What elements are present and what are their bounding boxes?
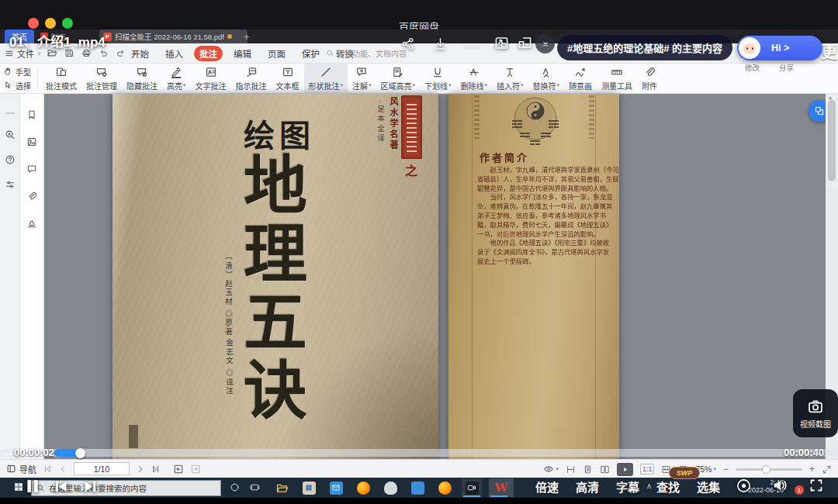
document-page-cover[interactable]: 绘图 地理五诀 之 风水学名著 ·足本全译 〔清〕赵玉材 ◎原著 金志文 ◎译注	[113, 94, 438, 459]
tool-callout[interactable]: 指示批注	[231, 64, 272, 94]
tool-freedraw[interactable]: 随意画	[564, 64, 597, 94]
bookmark-icon[interactable]	[26, 109, 37, 120]
control-高清[interactable]: 高清	[576, 478, 599, 495]
document-page-intro[interactable]: 作者简介 赵玉材，字九峰，清代堪舆学家直隶州（今河北省磁县）人，生卒年月不详，其…	[448, 94, 619, 459]
single-page-icon[interactable]	[583, 464, 593, 475]
navigation-toggle[interactable]: 导航	[6, 463, 36, 475]
view-forward-icon[interactable]	[190, 464, 201, 475]
first-page-icon[interactable]	[43, 464, 52, 474]
tool-hide-annot[interactable]: 隐藏批注	[122, 64, 162, 94]
control-选集[interactable]: 选集	[697, 478, 720, 495]
tool-annot-mode[interactable]: 批注模式	[41, 64, 81, 94]
control-字幕[interactable]: 字幕	[616, 478, 639, 495]
image-icon[interactable]	[26, 136, 37, 147]
zoom-in-button[interactable]: +	[809, 464, 815, 475]
video-progress-track[interactable]	[0, 449, 838, 457]
last-page-icon[interactable]	[151, 464, 161, 474]
pdf-inner-sidebar	[20, 94, 44, 459]
notification-badge[interactable]: 1	[795, 485, 804, 495]
more-icon[interactable]: ···	[464, 39, 480, 52]
comment-icon[interactable]	[26, 164, 37, 174]
zoom-slider[interactable]	[736, 468, 802, 471]
menu-item-保护[interactable]: 保护	[296, 46, 325, 61]
menu-item-开始[interactable]: 开始	[126, 46, 154, 61]
video-screenshot-button[interactable]: 视频截图	[793, 389, 838, 437]
task-view-button[interactable]	[250, 482, 260, 492]
modify-label[interactable]: 修改	[745, 62, 760, 73]
cortana-button[interactable]	[230, 482, 240, 492]
doc-search-icon[interactable]	[5, 129, 16, 140]
mini-window-icon[interactable]	[517, 35, 533, 51]
tool-area-highlight[interactable]: 区域高亮▾	[376, 64, 421, 94]
tool-strikeout[interactable]: 删除线▾	[456, 64, 493, 94]
menu-item-编辑[interactable]: 编辑	[228, 46, 257, 61]
next-page-icon[interactable]	[136, 464, 145, 474]
taskbar-app-mail[interactable]	[326, 478, 346, 497]
taskbar-app-recorder[interactable]	[462, 478, 482, 497]
double-page-icon[interactable]	[600, 464, 610, 475]
fullscreen-icon[interactable]	[809, 478, 824, 493]
taskbar-app-wps[interactable]: W	[489, 478, 514, 497]
new-tab-button[interactable]: +	[244, 31, 250, 43]
tool-text-annot[interactable]: 文字批注	[191, 64, 231, 94]
taskbar-app-file-explorer[interactable]	[272, 478, 292, 497]
stamp-icon[interactable]	[26, 218, 37, 229]
share-icon[interactable]	[400, 36, 415, 51]
tool-measure[interactable]: 测量工具	[597, 64, 637, 94]
tool-shape[interactable]: 形状批注▾	[304, 64, 348, 94]
next-video-button[interactable]	[82, 478, 99, 495]
tool-note[interactable]: 注解▾	[348, 64, 376, 94]
attachment-icon[interactable]	[26, 191, 37, 202]
volume-icon[interactable]	[771, 477, 788, 494]
taskbar-app-firefox[interactable]	[353, 478, 373, 497]
mail-icon	[330, 482, 343, 495]
tray-chevron-icon[interactable]: ∧	[646, 482, 652, 490]
tool-hand[interactable]: 手型	[3, 66, 31, 78]
tool-attach[interactable]: 附件	[637, 64, 662, 94]
sidebar-handle[interactable]	[5, 112, 15, 114]
tool-caret-replace[interactable]: 替换符▾	[528, 64, 565, 94]
autoplay-button[interactable]	[617, 463, 633, 476]
download-icon[interactable]	[433, 36, 448, 51]
tool-highlight[interactable]: 高亮▾	[162, 64, 191, 94]
zoom-slider-knob[interactable]	[762, 465, 770, 474]
control-查找[interactable]: 查找	[656, 478, 680, 495]
tool-underline[interactable]: 下划线▾	[420, 64, 456, 94]
help-icon[interactable]	[5, 154, 16, 165]
windows-start-button[interactable]	[13, 482, 24, 492]
assistant-pill[interactable]: Hi >	[737, 36, 822, 60]
record-icon[interactable]	[736, 478, 752, 494]
taskbar-app-whiteboard[interactable]	[380, 478, 400, 497]
tool-caret-insert[interactable]: 插入符▾	[492, 64, 528, 94]
zoom-out-button[interactable]: −	[723, 464, 729, 475]
prev-page-icon[interactable]	[58, 464, 68, 474]
actual-size-button[interactable]: 1:1	[640, 464, 655, 475]
redo-icon[interactable]	[116, 48, 126, 58]
pdf-search[interactable]: 查找功能、文档内容	[326, 47, 407, 59]
expand-icon[interactable]	[822, 464, 832, 475]
hand-layout-icon[interactable]	[566, 464, 576, 475]
read-mode-button[interactable]: ▾	[543, 464, 559, 475]
menu-item-插入[interactable]: 插入	[160, 46, 189, 61]
taskbar-app-ms-store[interactable]	[299, 478, 319, 497]
tool-annot-manage[interactable]: 批注管理	[81, 64, 122, 94]
previous-video-button[interactable]	[53, 478, 69, 495]
settings-icon[interactable]	[5, 179, 16, 190]
page-indicator[interactable]: 1/10	[74, 462, 130, 475]
tab-document[interactable]: P 扫描全能王 2022-06-16 21.58.pdf	[99, 29, 248, 43]
tool-textbox[interactable]: 文本框	[272, 64, 304, 94]
pip-icon[interactable]	[493, 35, 510, 51]
menu-item-页面[interactable]: 页面	[262, 46, 291, 61]
share-label[interactable]: 分享	[779, 62, 794, 73]
control-倍速[interactable]: 倍速	[535, 478, 559, 495]
tool-cursor[interactable]: 选择	[3, 80, 31, 91]
menu-item-批注[interactable]: 批注	[194, 46, 223, 61]
video-progress-knob[interactable]	[75, 448, 85, 458]
highlight-icon	[170, 66, 182, 78]
scrollbar-thumb[interactable]	[828, 100, 836, 181]
view-back-icon[interactable]	[173, 464, 184, 475]
close-video-button[interactable]	[535, 34, 555, 54]
taskbar-app-blue-app[interactable]	[407, 478, 428, 497]
taskbar-app-firefox-2[interactable]	[435, 478, 455, 497]
pause-button[interactable]	[23, 477, 42, 495]
